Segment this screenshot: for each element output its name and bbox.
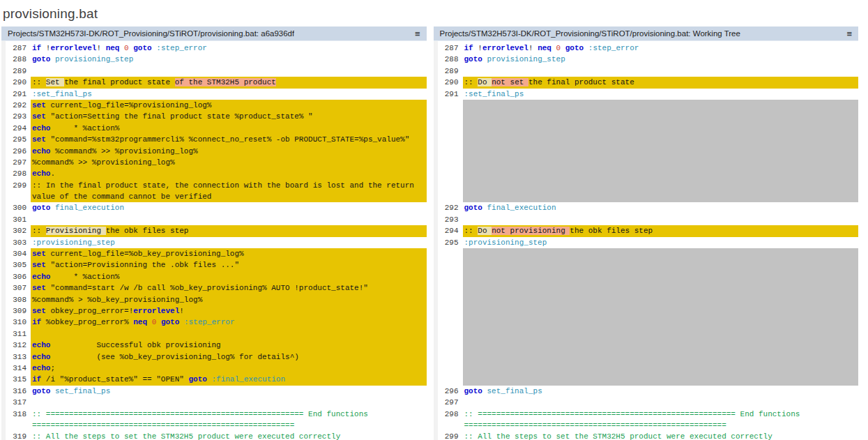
line-number: 295 xyxy=(438,237,463,248)
deleted-filler-row xyxy=(438,374,859,385)
line-content: ========================================… xyxy=(31,420,427,431)
line-content xyxy=(463,248,859,259)
line-content: goto provisioning_step xyxy=(463,54,859,65)
code-line: 297 xyxy=(438,397,859,408)
line-content: :: Provisioning the obk files step xyxy=(31,225,427,236)
line-number xyxy=(438,168,463,179)
deleted-filler-row xyxy=(438,317,859,328)
code-line: 301 xyxy=(6,214,427,225)
code-line: 292goto final_execution xyxy=(438,202,859,213)
line-content xyxy=(463,363,859,374)
code-line: 288goto provisioning_step xyxy=(6,54,427,65)
line-number: 319 xyxy=(6,431,31,440)
line-number xyxy=(438,248,463,259)
deleted-filler-row xyxy=(438,305,859,317)
line-content: :: =====================================… xyxy=(463,409,859,420)
line-content xyxy=(463,134,859,145)
line-content xyxy=(463,328,859,340)
line-content: if !errorlevel! neq 0 goto :step_error xyxy=(463,43,859,54)
code-line: 294echo * %action% xyxy=(6,123,427,134)
line-content xyxy=(463,294,859,305)
deleted-filler-row xyxy=(438,111,859,122)
line-number: 288 xyxy=(6,54,31,65)
code-area: 287if !errorlevel! neq 0 goto :step_erro… xyxy=(434,41,859,440)
line-content xyxy=(463,305,859,317)
line-number xyxy=(6,420,31,431)
code-line: 317 xyxy=(6,397,427,408)
deleted-filler-row xyxy=(438,157,859,168)
hamburger-menu-icon[interactable]: ≡ xyxy=(415,29,420,38)
code-line: 303:provisioning_step xyxy=(6,237,427,248)
line-number: 312 xyxy=(6,340,31,351)
line-number: 306 xyxy=(6,271,31,282)
line-content: value of the command cannot be verified xyxy=(31,191,427,202)
line-number xyxy=(438,157,463,168)
line-content: goto final_execution xyxy=(463,202,859,213)
deleted-filler-row xyxy=(438,340,859,351)
line-number xyxy=(438,259,463,271)
line-content xyxy=(463,374,859,385)
line-content: goto set_final_ps xyxy=(463,386,859,397)
line-number: 299 xyxy=(438,431,463,440)
line-number xyxy=(438,271,463,282)
code-line: 310if %obkey_prog_error% neq 0 goto :ste… xyxy=(6,317,427,328)
code-line: 296goto set_final_ps xyxy=(438,386,859,397)
line-content: :: Do not provisioning the obk files ste… xyxy=(463,225,859,236)
deleted-filler-row xyxy=(438,271,859,282)
line-content xyxy=(463,317,859,328)
line-content xyxy=(463,111,859,122)
line-content xyxy=(463,340,859,351)
line-number: 310 xyxy=(6,317,31,328)
line-content: :: In the final product state, the conne… xyxy=(31,180,427,191)
deleted-filler-row xyxy=(438,328,859,340)
code-line: 315if /i "%product_state%" == "OPEN" got… xyxy=(6,374,427,385)
line-content: :: Set the final product state of the ST… xyxy=(31,77,427,88)
line-content: echo %command% >> %provisioning_log% xyxy=(31,146,427,157)
line-content: set obkey_prog_error=!errorlevel! xyxy=(31,305,427,317)
line-number xyxy=(438,191,463,202)
line-number: 292 xyxy=(438,202,463,213)
deleted-filler-row xyxy=(438,100,859,111)
line-content: if !errorlevel! neq 0 goto :step_error xyxy=(31,43,427,54)
line-number: 316 xyxy=(6,386,31,397)
code-line: 311 xyxy=(6,328,427,340)
line-content: echo * %action% xyxy=(31,123,427,134)
code-line: 313echo (see %ob_key_provisioning_log% f… xyxy=(6,351,427,363)
deleted-filler-row xyxy=(438,294,859,305)
line-content xyxy=(463,282,859,294)
line-content xyxy=(463,168,859,179)
line-number xyxy=(6,191,31,202)
code-line: 287if !errorlevel! neq 0 goto :step_erro… xyxy=(6,43,427,54)
deleted-filler-row xyxy=(438,180,859,191)
line-number: 309 xyxy=(6,305,31,317)
line-content: %command% > %ob_key_provisioning_log% xyxy=(31,294,427,305)
line-content xyxy=(463,66,859,77)
code-line: 287if !errorlevel! neq 0 goto :step_erro… xyxy=(438,43,859,54)
line-number: 295 xyxy=(6,134,31,145)
line-number xyxy=(438,317,463,328)
pane-title-old: Projects/STM32H573I-DK/ROT_Provisioning/… xyxy=(8,29,294,38)
code-line: 290:: Do not set the final product state xyxy=(438,77,859,88)
line-number xyxy=(438,123,463,134)
code-line: 306echo * %action% xyxy=(6,271,427,282)
deleted-filler-row xyxy=(438,146,859,157)
line-content: echo (see %ob_key_provisioning_log% for … xyxy=(31,351,427,363)
code-line: 299:: All the steps to set the STM32H5 p… xyxy=(438,431,859,440)
line-number: 302 xyxy=(6,225,31,236)
line-number: 304 xyxy=(6,248,31,259)
line-number: 293 xyxy=(6,111,31,122)
line-number: 287 xyxy=(6,43,31,54)
code-line: 302:: Provisioning the obk files step xyxy=(6,225,427,236)
line-number: 305 xyxy=(6,259,31,271)
diff-pane-new: Projects/STM32H573I-DK/ROT_Provisioning/… xyxy=(434,26,859,440)
line-content xyxy=(463,191,859,202)
code-line: 316goto set_final_ps xyxy=(6,386,427,397)
line-number: 296 xyxy=(6,146,31,157)
code-line: 291:set_final_ps xyxy=(438,89,859,100)
line-number: 318 xyxy=(6,409,31,420)
line-content: :: All the steps to set the STM32H5 prod… xyxy=(31,431,427,440)
line-number: 307 xyxy=(6,282,31,294)
line-number: 303 xyxy=(6,237,31,248)
hamburger-menu-icon[interactable]: ≡ xyxy=(846,29,852,38)
diff-view: Projects/STM32H573I-DK/ROT_Provisioning/… xyxy=(0,26,868,440)
